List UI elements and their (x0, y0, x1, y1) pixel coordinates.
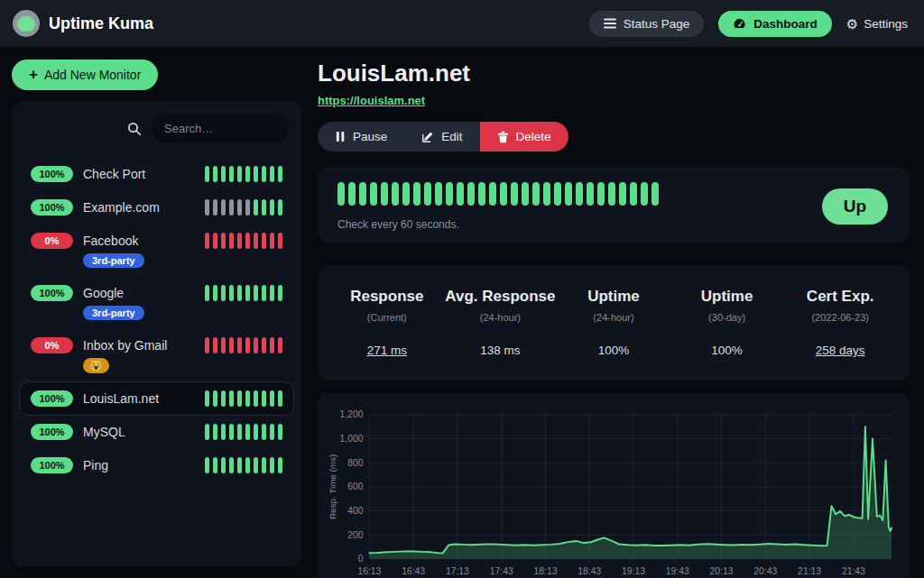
svg-text:18:43: 18:43 (578, 566, 601, 576)
heartbeat (245, 390, 250, 407)
settings-button[interactable]: ⚙ Settings (846, 17, 908, 31)
monitor-list-item[interactable]: 0%Facebook3rd-party (20, 225, 293, 276)
heartbeat (262, 233, 266, 249)
uptime-badge: 0% (31, 337, 73, 353)
stats-card: Response(Current)271 msAvg. Response(24-… (318, 266, 910, 381)
pause-label: Pause (353, 130, 387, 143)
heartbeat (245, 424, 250, 440)
heartbeat (565, 182, 572, 206)
heartbeat (213, 390, 217, 407)
heartbeat (237, 457, 242, 473)
monitor-list-item[interactable]: 100%Ping (20, 449, 293, 482)
heartbeat (597, 182, 605, 206)
monitor-list-item[interactable]: 0%Inbox by Gmail (20, 329, 293, 381)
heartbeat (270, 233, 274, 249)
svg-text:20:13: 20:13 (710, 566, 734, 576)
heartbeat (381, 182, 388, 206)
stat-block: Response(Current)271 ms (330, 288, 444, 357)
heartbeat (254, 424, 258, 440)
search-icon (127, 122, 142, 136)
list-icon (604, 18, 616, 29)
heartbeat (270, 166, 274, 182)
heartbeat (229, 285, 234, 301)
monitor-name: Google (83, 286, 195, 300)
search-input[interactable] (152, 115, 289, 142)
heartbeat (608, 182, 615, 206)
stat-value[interactable]: 258 days (783, 344, 897, 357)
heartbeat-bar (205, 199, 282, 216)
monitor-url-link[interactable]: https://louislam.net (318, 94, 425, 107)
heartbeat (619, 182, 626, 206)
heartbeat (278, 390, 282, 407)
heartbeat (270, 390, 274, 407)
heartbeat (245, 457, 250, 473)
pause-button[interactable]: Pause (318, 122, 404, 151)
heartbeat (213, 233, 217, 249)
monitor-name: Example.com (83, 200, 195, 215)
uptime-badge: 0% (31, 233, 73, 249)
status-page-button[interactable]: Status Page (589, 11, 705, 37)
monitor-list-item[interactable]: 100%Google3rd-party (20, 277, 293, 328)
monitor-list-item[interactable]: 100%LouisLam.net (20, 382, 293, 415)
edit-button[interactable]: Edit (404, 122, 479, 151)
heartbeat (278, 166, 282, 182)
heartbeat (270, 199, 274, 216)
heartbeat (213, 424, 217, 440)
heartbeat (221, 390, 226, 407)
stat-title: Uptime (557, 288, 670, 306)
heartbeat (587, 182, 594, 206)
heartbeat (424, 182, 431, 206)
heartbeat-bar (205, 285, 282, 301)
heartbeat (221, 233, 226, 249)
heartbeat (532, 182, 540, 206)
heartbeat (359, 182, 366, 206)
stat-subtitle: (2022-06-23) (783, 312, 897, 323)
heartbeat (205, 337, 209, 353)
heartbeat (651, 182, 659, 206)
delete-button[interactable]: Delete (480, 122, 568, 151)
svg-text:17:13: 17:13 (446, 566, 469, 576)
dashboard-button[interactable]: Dashboard (718, 11, 832, 37)
response-time-chart[interactable]: 02004006008001,0001,20016:1316:4317:1317… (325, 406, 902, 578)
heartbeat (237, 285, 242, 301)
stat-title: Cert Exp. (783, 288, 897, 306)
heartbeat (221, 424, 226, 440)
uptime-badge: 100% (31, 199, 73, 216)
heartbeat (576, 182, 583, 206)
heartbeat (270, 457, 274, 473)
pause-icon (335, 131, 346, 142)
monitor-list-item[interactable]: 100%MySQL (20, 416, 293, 448)
heartbeat (435, 182, 442, 206)
heartbeat (205, 199, 209, 216)
monitor-name: Ping (83, 458, 195, 472)
delete-label: Delete (516, 130, 551, 143)
svg-text:16:13: 16:13 (357, 566, 381, 576)
heartbeat (221, 166, 226, 182)
monitor-name: Facebook (83, 234, 195, 248)
heartbeat (221, 337, 226, 353)
heartbeat (245, 285, 250, 301)
heartbeat (262, 166, 266, 182)
edit-icon (421, 131, 434, 143)
stat-block: Avg. Response(24-hour)138 ms (444, 288, 558, 357)
svg-text:17:43: 17:43 (490, 566, 513, 576)
svg-text:400: 400 (347, 506, 364, 516)
uptime-kuma-logo-icon (13, 10, 40, 37)
uptime-banner-card: Check every 60 seconds. Up (318, 167, 910, 243)
heartbeat (205, 390, 209, 407)
heartbeat (229, 199, 234, 216)
brand[interactable]: Uptime Kuma (13, 10, 153, 37)
heartbeat-bar (205, 233, 282, 249)
monitor-list-item[interactable]: 100%Check Port (20, 158, 293, 190)
uptime-badge: 100% (31, 166, 73, 182)
monitor-list-item[interactable]: 100%Example.com (20, 191, 293, 224)
add-new-monitor-button[interactable]: + Add New Monitor (12, 60, 158, 90)
stat-title: Avg. Response (444, 288, 558, 306)
gear-icon: ⚙ (846, 17, 858, 31)
monitor-name: LouisLam.net (83, 391, 195, 406)
heartbeat (221, 285, 226, 301)
heartbeat (213, 199, 217, 216)
monitor-tag: 3rd-party (83, 253, 144, 268)
heartbeat (413, 182, 420, 206)
stat-value[interactable]: 271 ms (330, 344, 444, 357)
